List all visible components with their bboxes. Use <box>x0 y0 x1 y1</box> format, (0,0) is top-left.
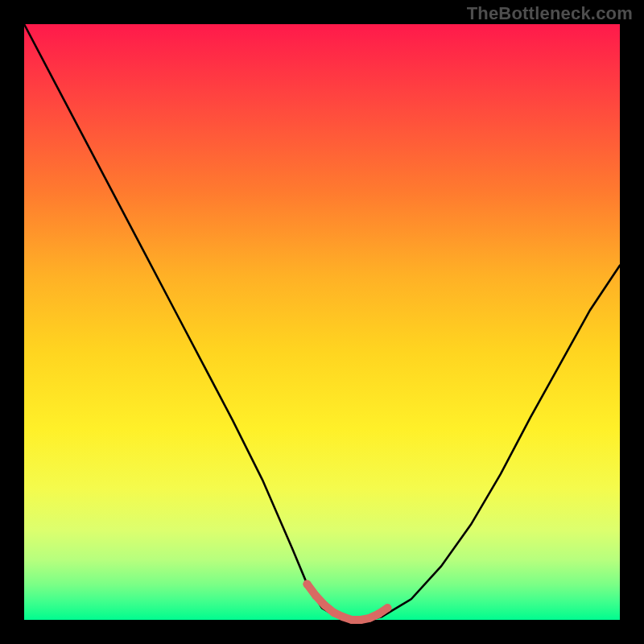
watermark-text: TheBottleneck.com <box>467 3 633 24</box>
highlight-dot <box>339 613 347 621</box>
highlight-dot <box>321 601 329 609</box>
highlight-dot <box>374 610 382 618</box>
plot-area <box>24 24 620 620</box>
highlight-dot <box>365 614 374 622</box>
highlight-dot <box>312 592 320 600</box>
highlight-dot <box>357 616 365 624</box>
highlight-dot <box>303 580 312 588</box>
bottleneck-curve-path <box>24 24 620 620</box>
bottleneck-curve-svg <box>24 24 620 620</box>
highlight-dot <box>383 604 391 612</box>
chart-frame: TheBottleneck.com <box>0 0 644 644</box>
highlight-dot <box>348 616 356 624</box>
highlight-dot <box>330 609 338 617</box>
